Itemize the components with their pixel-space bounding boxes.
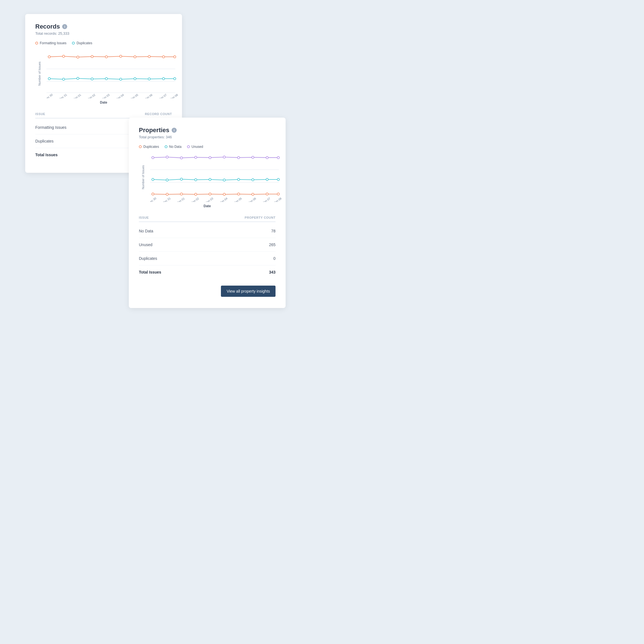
svg-point-69	[195, 193, 197, 195]
svg-point-71	[223, 193, 225, 195]
svg-text:Jan 02: Jan 02	[87, 93, 96, 98]
svg-point-9	[62, 55, 65, 57]
table-row: Unused 265	[139, 238, 276, 252]
properties-table-header: ISSUE PROPERTY COUNT	[139, 214, 276, 222]
row-nodata-label: No Data	[139, 229, 153, 233]
properties-title-text: Properties	[139, 127, 169, 134]
svg-text:Dec 31: Dec 31	[162, 197, 171, 202]
svg-text:Jan 03: Jan 03	[205, 197, 214, 202]
properties-table: ISSUE PROPERTY COUNT No Data 78 Unused 2…	[139, 214, 276, 279]
svg-point-26	[162, 78, 165, 80]
legend-formatting-issues: Formatting Issues	[35, 41, 66, 45]
properties-subtitle: Total properties: 346	[139, 135, 276, 139]
svg-point-68	[180, 193, 183, 195]
svg-text:Jan 08: Jan 08	[170, 93, 178, 98]
legend-duplicates: Duplicates	[72, 41, 92, 45]
svg-point-55	[277, 157, 279, 159]
svg-point-61	[223, 179, 225, 181]
svg-point-27	[174, 78, 176, 80]
legend-dot-nodata	[165, 145, 167, 148]
records-chart-svg: 7.5K 5K 2.5K 0	[46, 48, 178, 98]
properties-x-axis-label: Date	[139, 204, 276, 208]
svg-point-16	[162, 56, 165, 58]
records-col2-header: RECORD COUNT	[145, 112, 172, 116]
svg-point-48	[180, 157, 183, 159]
svg-point-47	[166, 156, 168, 158]
svg-point-15	[148, 55, 150, 58]
svg-point-73	[252, 193, 254, 195]
legend-dot-unused	[187, 145, 190, 148]
svg-point-24	[134, 78, 136, 80]
svg-point-52	[237, 157, 240, 159]
properties-title: Properties i	[139, 127, 276, 134]
svg-point-12	[105, 56, 108, 58]
svg-text:Jan 02: Jan 02	[191, 197, 200, 202]
records-title-text: Records	[35, 23, 60, 30]
row-unused-label: Unused	[139, 242, 152, 247]
svg-point-51	[223, 156, 225, 158]
legend-dot-duplicates	[72, 42, 75, 45]
svg-text:Jan 04: Jan 04	[116, 93, 125, 98]
svg-point-18	[48, 78, 50, 80]
row-total-prop-label: Total Issues	[139, 270, 161, 274]
svg-point-19	[62, 78, 65, 80]
svg-text:Jan 04: Jan 04	[220, 197, 228, 202]
svg-point-11	[91, 55, 93, 58]
legend-label-dup-prop: Duplicates	[143, 145, 159, 149]
records-y-axis-label: Number of Issues	[38, 62, 41, 86]
properties-col2-header: PROPERTY COUNT	[245, 216, 276, 219]
row-total-label: Total Issues	[35, 153, 58, 157]
svg-point-57	[166, 179, 168, 181]
svg-point-50	[209, 157, 211, 159]
legend-nodata-prop: No Data	[165, 145, 181, 149]
svg-text:Jan 06: Jan 06	[248, 197, 257, 202]
row-total-prop-value: 343	[269, 270, 276, 274]
row-dup-prop-label: Duplicates	[139, 256, 157, 261]
svg-point-74	[266, 193, 268, 195]
legend-duplicates-prop: Duplicates	[139, 145, 159, 149]
svg-text:Jan 03: Jan 03	[102, 93, 110, 98]
records-col1-header: ISSUE	[35, 112, 45, 116]
properties-chart-wrapper: Number of Issues 300 200 100 0	[139, 151, 276, 203]
legend-dot-dup-prop	[139, 145, 142, 148]
svg-point-10	[77, 56, 79, 58]
svg-text:Jan 05: Jan 05	[130, 93, 139, 98]
svg-text:Jan 08: Jan 08	[274, 197, 282, 202]
records-subtitle: Total records: 25,333	[35, 31, 172, 36]
legend-label-unused: Unused	[192, 145, 203, 149]
svg-point-14	[134, 56, 136, 58]
svg-text:Jan 01: Jan 01	[73, 93, 82, 98]
svg-text:Dec 30: Dec 30	[150, 197, 157, 202]
row-formatting-label: Formatting Issues	[35, 125, 66, 130]
row-duplicates-label: Duplicates	[35, 139, 53, 143]
properties-y-axis-label: Number of Issues	[141, 165, 145, 189]
legend-label-formatting: Formatting Issues	[40, 41, 66, 45]
button-wrapper: View all property insights	[139, 279, 276, 297]
svg-point-67	[166, 193, 168, 195]
properties-col1-header: ISSUE	[139, 216, 149, 219]
svg-point-59	[195, 179, 197, 181]
legend-dot-formatting	[35, 42, 38, 45]
svg-text:Jan 06: Jan 06	[144, 93, 153, 98]
svg-point-21	[91, 78, 93, 80]
svg-point-70	[209, 193, 211, 195]
svg-text:Dec 30: Dec 30	[46, 93, 53, 98]
view-all-property-insights-button[interactable]: View all property insights	[221, 286, 276, 297]
table-row: No Data 78	[139, 224, 276, 238]
row-unused-value: 265	[269, 242, 276, 247]
svg-point-53	[252, 156, 254, 158]
records-table-header: ISSUE RECORD COUNT	[35, 110, 172, 118]
properties-info-icon[interactable]: i	[172, 128, 177, 133]
svg-point-46	[152, 157, 154, 159]
records-info-icon[interactable]: i	[62, 24, 67, 29]
properties-chart-svg: 300 200 100 0	[150, 151, 282, 202]
svg-text:Jan 07: Jan 07	[262, 197, 271, 202]
svg-point-60	[209, 178, 211, 181]
svg-point-54	[266, 157, 268, 159]
row-nodata-value: 78	[271, 229, 276, 233]
svg-text:Jan 05: Jan 05	[234, 197, 242, 202]
svg-point-23	[120, 78, 122, 80]
legend-label-nodata: No Data	[169, 145, 181, 149]
svg-point-63	[252, 179, 254, 181]
records-legend: Formatting Issues Duplicates	[35, 41, 172, 45]
